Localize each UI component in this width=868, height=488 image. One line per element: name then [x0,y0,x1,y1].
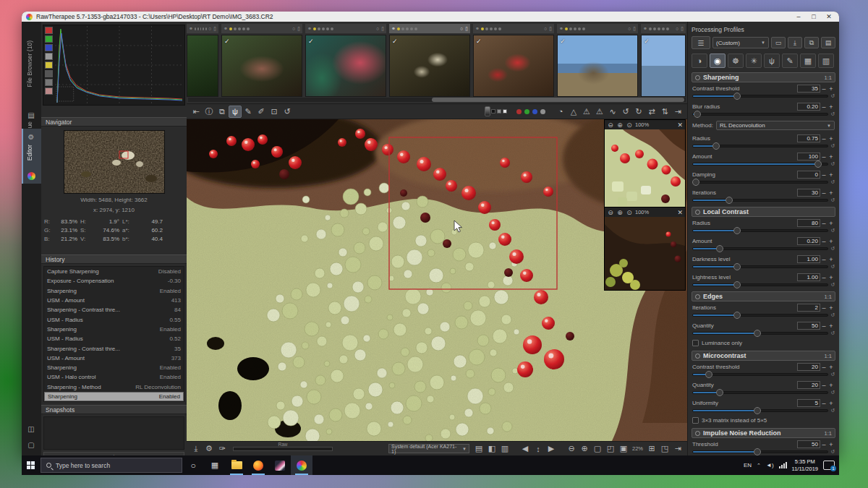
flip-horizontal-icon[interactable]: ⇄ [645,106,658,118]
thumb-rusty-car[interactable]: ⚭○▯✓ [221,24,302,99]
highlight-clipping-warning-icon[interactable]: ⚠ [593,106,606,118]
detail-close-icon[interactable]: ✕ [677,121,683,129]
profile-dropdown[interactable]: (Custom)▼ [712,37,769,48]
section-header-microcontrast[interactable]: Microcontrast1:1 [692,351,835,361]
start-button[interactable] [22,455,41,475]
rating-star[interactable] [653,27,656,30]
raw-mode-button[interactable] [45,79,53,86]
slider-knob[interactable] [712,142,720,150]
navigator-header[interactable]: Navigator [41,117,187,127]
link-icon[interactable]: ⚭ [391,26,396,32]
slider-value[interactable]: 20 [797,363,820,371]
rating-star[interactable] [401,27,404,30]
copy-settings-icon[interactable]: ⧉ [216,106,229,118]
dock-bottom-panel-icon[interactable]: ⇥ [671,442,684,455]
increment-button[interactable]: + [827,189,835,197]
slider-value[interactable]: 100 [797,153,820,160]
metadata-tab[interactable]: ▥ [818,53,834,68]
slider-value[interactable]: 20 [797,381,820,389]
rotate-right-icon[interactable]: ↻ [632,106,645,118]
slider-knob[interactable] [705,371,712,378]
before-after-view-icon[interactable]: ◧ [485,442,498,455]
slider-knob[interactable] [733,227,741,234]
thumb-sea-2[interactable]: ⚭○▯✓ [641,24,686,99]
trash-icon[interactable]: ▯ [381,26,384,32]
decrement-button[interactable]: – [820,85,827,93]
transform-tab[interactable]: ψ [764,53,780,68]
slider-track[interactable] [692,247,828,250]
slider-value[interactable]: 35 [797,85,820,93]
slider-track[interactable] [692,113,828,116]
dock-right-panel-icon[interactable]: ⇥ [671,106,684,118]
slider-track[interactable] [692,450,828,453]
history-row[interactable]: SharpeningEnabled [44,363,184,372]
rating-star[interactable] [242,27,245,30]
slider-track[interactable] [692,373,828,376]
split-view-icon[interactable]: ▥ [498,442,511,455]
firefox-button[interactable] [247,455,269,475]
rating-star[interactable] [197,27,199,30]
detail-window-2[interactable]: ⊖ ⊕ ⊙ 100% ✕ [604,207,686,291]
increment-button[interactable]: + [827,171,835,179]
filmstrip-scrollbar[interactable] [188,98,686,102]
add-to-queue-icon[interactable]: ⚙ [203,442,216,455]
trash-icon[interactable]: ▯ [297,26,300,32]
reset-icon[interactable]: ↺ [830,282,835,288]
color-picker-icon[interactable]: ✐ [255,106,268,118]
thumbnail-image[interactable]: ✓ [305,35,386,97]
slider-knob[interactable] [754,407,761,414]
task-view-button[interactable]: ▦ [204,455,226,475]
checkbox[interactable] [692,417,699,424]
tab-editor[interactable]: Editor [26,145,33,160]
rating-star[interactable] [238,27,241,30]
decrement-button[interactable]: – [820,171,827,179]
save-profile-button[interactable]: ⤓ [788,37,802,48]
tray-expand-icon[interactable]: ⌃ [757,463,761,468]
background-color-icon[interactable] [485,106,490,116]
load-profile-button[interactable]: ▭ [771,37,786,48]
rating-star[interactable] [649,27,652,30]
rating-star[interactable] [195,27,196,30]
filmstrip-scrollbar-thumb[interactable] [432,98,684,102]
thumb-moss-lichen[interactable]: ⚭○▯✓ [389,24,470,99]
link-icon[interactable]: ⚭ [224,26,228,32]
color-tab[interactable]: ☸ [728,53,744,68]
title-bar[interactable]: RawTherapee 5.7-1353-gba2147033 - C:\Use… [22,12,839,22]
zoom-fit-icon[interactable]: ▢ [591,442,604,455]
rating-star[interactable] [229,27,232,30]
straighten-tool-icon[interactable]: ↺ [281,106,294,118]
link-icon[interactable]: ⚭ [307,26,312,32]
decrement-button[interactable]: – [820,220,827,227]
rating-star[interactable] [662,27,665,30]
rating-star[interactable] [313,27,316,30]
rating-star[interactable] [574,27,576,30]
paste-profile-button[interactable]: ▤ [821,37,835,48]
trash-icon[interactable]: ▯ [213,26,216,32]
monitor-profile-select[interactable]: System default (Acer KA271-1)▼ [388,444,469,453]
green-preview-dot[interactable] [524,109,529,114]
previous-image-icon[interactable]: ◀ [519,442,532,455]
slider-knob[interactable] [716,245,723,252]
power-toggle-icon[interactable] [695,431,700,436]
slider-knob[interactable] [733,93,741,100]
rating-star[interactable] [331,27,333,30]
slider-track[interactable] [692,181,828,184]
bg-dark-swatch[interactable] [491,109,495,114]
thumb-red-fungi[interactable]: ⚭○▯✓ [473,24,554,99]
increment-button[interactable]: + [827,304,835,312]
color-label-icon[interactable]: ○ [628,26,631,32]
history-header[interactable]: History [41,254,187,264]
navigator-thumbnail[interactable] [64,130,165,194]
reset-icon[interactable]: ↺ [830,264,835,270]
slider-track[interactable] [692,314,828,317]
slider-value[interactable]: 80 [797,219,820,227]
slider-track[interactable] [692,229,828,232]
section-header-local-contrast[interactable]: Local Contrast [692,207,835,217]
rating-star[interactable] [494,27,497,30]
new-detail-window-icon[interactable]: ⊞ [645,442,658,455]
white-balance-picker-icon[interactable]: ✎ [242,106,255,118]
trash-icon[interactable]: ▯ [465,26,468,32]
advanced-tab[interactable]: ✳ [746,53,762,68]
link-icon[interactable]: ⚭ [559,26,563,32]
exposure-tab[interactable]: ◑ [692,53,707,68]
